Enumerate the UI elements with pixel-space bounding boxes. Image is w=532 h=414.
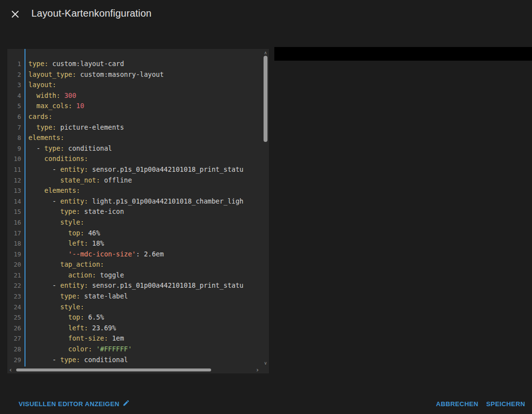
line-number: 25 bbox=[7, 312, 21, 323]
code-token: elements: bbox=[28, 134, 64, 141]
vertical-scrollbar-thumb[interactable] bbox=[264, 56, 267, 142]
editor-code[interactable]: type: custom:layout-cardlayout_type: cus… bbox=[25, 49, 262, 367]
code-token: entity: bbox=[60, 281, 88, 289]
code-line[interactable]: style: bbox=[28, 217, 262, 228]
line-number: 6 bbox=[7, 112, 21, 122]
scrollbar-up-arrow-icon[interactable]: ∧ bbox=[262, 50, 269, 55]
line-number: 8 bbox=[7, 133, 21, 143]
vertical-scrollbar[interactable]: ∧ ∨ bbox=[262, 49, 269, 367]
line-number: 19 bbox=[7, 249, 21, 260]
line-number: 13 bbox=[7, 185, 21, 196]
code-line[interactable]: '--mdc-icon-size': 2.6em bbox=[28, 249, 262, 260]
editor-gutter: 1234567891011121314151617181920212223242… bbox=[7, 49, 25, 367]
code-line[interactable]: font-size: 1em bbox=[28, 333, 262, 344]
code-token: type: bbox=[28, 207, 80, 215]
cancel-button[interactable]: ABBRECHEN bbox=[432, 398, 483, 410]
code-token: 10 bbox=[72, 102, 84, 110]
code-token: - bbox=[28, 144, 45, 152]
show-visual-editor-label: VISUELLEN EDITOR ANZEIGEN bbox=[19, 400, 120, 408]
save-button[interactable]: SPEICHERN bbox=[483, 398, 529, 410]
scrollbar-left-arrow-icon[interactable]: ‹ bbox=[9, 367, 12, 373]
code-line[interactable]: layout: bbox=[28, 80, 262, 91]
line-number: 14 bbox=[7, 196, 21, 207]
code-token: 23.69% bbox=[88, 324, 116, 332]
code-token: toggle bbox=[96, 271, 124, 279]
code-token: font-size: bbox=[28, 334, 108, 342]
line-number: 23 bbox=[7, 291, 21, 302]
code-token: 18% bbox=[88, 239, 104, 247]
code-token: light.p1s_01p00a442101018_chamber_ligh bbox=[88, 197, 243, 205]
code-line[interactable]: type: picture-elements bbox=[28, 122, 262, 133]
code-token: type: bbox=[60, 356, 80, 364]
code-line[interactable]: tap_action: bbox=[28, 259, 262, 270]
code-line[interactable]: - entity: sensor.p1s_01p00a442101018_pri… bbox=[28, 164, 262, 175]
code-token: style: bbox=[28, 303, 84, 311]
code-line[interactable]: elements: bbox=[28, 133, 262, 143]
code-line[interactable]: type: state-icon bbox=[28, 207, 262, 217]
code-line[interactable]: top: 46% bbox=[28, 228, 262, 239]
editor-scroll-area[interactable]: 1234567891011121314151617181920212223242… bbox=[7, 49, 262, 367]
code-line[interactable]: type: state-label bbox=[28, 291, 262, 302]
horizontal-scrollbar[interactable]: ‹ › bbox=[7, 367, 269, 373]
horizontal-scrollbar-thumb[interactable] bbox=[16, 368, 211, 371]
code-token: width: bbox=[28, 92, 60, 99]
line-number: 15 bbox=[7, 207, 21, 217]
code-token: cards: bbox=[28, 113, 52, 120]
line-number: 22 bbox=[7, 280, 21, 291]
code-token: 46% bbox=[84, 229, 100, 237]
line-number: 11 bbox=[7, 164, 21, 175]
code-line[interactable]: layout_type: custom:masonry-layout bbox=[28, 69, 262, 80]
code-token: type: bbox=[28, 123, 56, 131]
code-token: offline bbox=[100, 176, 132, 184]
code-token: : 2.6em bbox=[136, 250, 164, 258]
code-token: left: bbox=[28, 239, 88, 247]
code-line[interactable]: top: 6.5% bbox=[28, 312, 262, 323]
code-line[interactable]: state_not: offline bbox=[28, 175, 262, 186]
close-button[interactable] bbox=[9, 8, 22, 21]
dialog-footer: VISUELLEN EDITOR ANZEIGEN ABBRECHEN SPEI… bbox=[0, 397, 532, 414]
code-line[interactable]: color: '#FFFFFF' bbox=[28, 344, 262, 355]
code-token: layout_type: bbox=[28, 70, 76, 78]
code-line[interactable]: - type: conditional bbox=[28, 143, 262, 154]
code-token: color: bbox=[28, 345, 92, 353]
show-visual-editor-button[interactable]: VISUELLEN EDITOR ANZEIGEN bbox=[15, 397, 134, 410]
code-token: entity: bbox=[60, 197, 88, 205]
code-token: 300 bbox=[60, 92, 76, 99]
yaml-editor[interactable]: 1234567891011121314151617181920212223242… bbox=[7, 49, 269, 373]
code-line[interactable]: width: 300 bbox=[28, 91, 262, 101]
line-number: 2 bbox=[7, 69, 21, 80]
line-number: 10 bbox=[7, 154, 21, 164]
code-line[interactable]: - entity: light.p1s_01p00a442101018_cham… bbox=[28, 196, 262, 207]
code-line[interactable]: - entity: sensor.p1s_01p00a442101018_pri… bbox=[28, 280, 262, 291]
code-token bbox=[28, 250, 68, 258]
line-number: 9 bbox=[7, 143, 21, 154]
code-token: left: bbox=[28, 324, 88, 332]
code-token: conditional bbox=[64, 144, 112, 152]
scrollbar-right-arrow-icon[interactable]: › bbox=[256, 367, 259, 373]
line-number: 3 bbox=[7, 80, 21, 91]
close-icon bbox=[10, 9, 20, 21]
code-line[interactable]: cards: bbox=[28, 112, 262, 122]
code-line[interactable]: elements: bbox=[28, 185, 262, 196]
code-line[interactable]: max_cols: 10 bbox=[28, 101, 262, 112]
code-line[interactable]: left: 18% bbox=[28, 238, 262, 249]
code-token: 1em bbox=[108, 334, 124, 342]
code-token: state-icon bbox=[80, 207, 124, 215]
code-line[interactable]: type: custom:layout-card bbox=[28, 59, 262, 69]
line-number: 17 bbox=[7, 228, 21, 239]
code-line[interactable]: conditions: bbox=[28, 154, 262, 164]
code-token: max_cols: bbox=[28, 102, 72, 110]
code-line[interactable]: - type: conditional bbox=[28, 355, 262, 366]
line-number: 16 bbox=[7, 217, 21, 228]
code-token: type: bbox=[28, 60, 48, 68]
scrollbar-down-arrow-icon[interactable]: ∨ bbox=[262, 361, 269, 366]
code-token: layout: bbox=[28, 81, 56, 89]
dialog-header: Layout-Kartenkonfiguration bbox=[0, 0, 532, 29]
code-line[interactable]: action: toggle bbox=[28, 270, 262, 281]
code-token: sensor.p1s_01p00a442101018_print_statu bbox=[88, 165, 243, 173]
code-line[interactable]: left: 23.69% bbox=[28, 323, 262, 334]
code-line[interactable]: style: bbox=[28, 302, 262, 313]
code-token: - bbox=[28, 281, 60, 289]
code-token: '#FFFFFF' bbox=[92, 345, 132, 353]
code-token: custom:masonry-layout bbox=[76, 70, 164, 78]
